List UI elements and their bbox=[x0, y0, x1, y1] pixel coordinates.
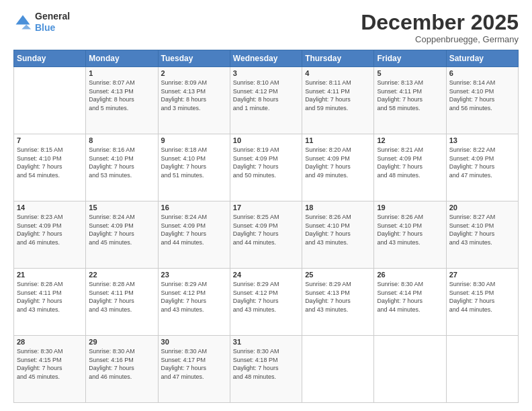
calendar-cell: 7Sunrise: 8:15 AM Sunset: 4:10 PM Daylig… bbox=[14, 134, 86, 201]
day-info: Sunrise: 8:30 AM Sunset: 4:16 PM Dayligh… bbox=[89, 347, 154, 381]
page: General Blue December 2025 Coppenbruegge… bbox=[0, 0, 532, 411]
day-info: Sunrise: 8:29 AM Sunset: 4:12 PM Dayligh… bbox=[161, 280, 227, 314]
weekday-header-row: SundayMondayTuesdayWednesdayThursdayFrid… bbox=[14, 50, 519, 67]
day-number: 1 bbox=[89, 69, 154, 77]
weekday-header-wednesday: Wednesday bbox=[230, 50, 302, 67]
day-number: 29 bbox=[89, 338, 154, 346]
calendar-cell: 19Sunrise: 8:26 AM Sunset: 4:10 PM Dayli… bbox=[374, 201, 446, 269]
calendar-cell bbox=[14, 67, 86, 134]
day-info: Sunrise: 8:28 AM Sunset: 4:11 PM Dayligh… bbox=[89, 280, 154, 314]
week-row-3: 14Sunrise: 8:23 AM Sunset: 4:09 PM Dayli… bbox=[14, 201, 519, 269]
logo: General Blue bbox=[13, 11, 70, 34]
calendar-cell: 12Sunrise: 8:21 AM Sunset: 4:09 PM Dayli… bbox=[374, 134, 446, 201]
calendar-cell: 16Sunrise: 8:24 AM Sunset: 4:09 PM Dayli… bbox=[158, 201, 230, 269]
calendar-cell: 2Sunrise: 8:09 AM Sunset: 4:13 PM Daylig… bbox=[158, 67, 230, 134]
day-number: 12 bbox=[377, 136, 443, 144]
day-info: Sunrise: 8:25 AM Sunset: 4:09 PM Dayligh… bbox=[233, 213, 299, 246]
calendar-cell: 28Sunrise: 8:30 AM Sunset: 4:15 PM Dayli… bbox=[14, 336, 86, 403]
day-info: Sunrise: 8:26 AM Sunset: 4:10 PM Dayligh… bbox=[305, 213, 371, 246]
day-number: 10 bbox=[233, 136, 299, 144]
day-number: 19 bbox=[377, 203, 443, 212]
day-number: 2 bbox=[161, 69, 227, 77]
day-number: 15 bbox=[89, 203, 154, 212]
calendar-cell: 30Sunrise: 8:30 AM Sunset: 4:17 PM Dayli… bbox=[158, 336, 230, 403]
day-info: Sunrise: 8:21 AM Sunset: 4:09 PM Dayligh… bbox=[377, 146, 443, 179]
day-info: Sunrise: 8:19 AM Sunset: 4:09 PM Dayligh… bbox=[233, 146, 299, 179]
calendar-cell: 11Sunrise: 8:20 AM Sunset: 4:09 PM Dayli… bbox=[302, 134, 374, 201]
calendar-cell: 18Sunrise: 8:26 AM Sunset: 4:10 PM Dayli… bbox=[302, 201, 374, 269]
day-info: Sunrise: 8:23 AM Sunset: 4:09 PM Dayligh… bbox=[17, 213, 83, 246]
day-info: Sunrise: 8:30 AM Sunset: 4:15 PM Dayligh… bbox=[17, 347, 83, 381]
calendar-cell: 24Sunrise: 8:29 AM Sunset: 4:12 PM Dayli… bbox=[230, 269, 302, 336]
day-number: 16 bbox=[161, 203, 227, 212]
day-info: Sunrise: 8:10 AM Sunset: 4:12 PM Dayligh… bbox=[233, 79, 299, 112]
day-number: 14 bbox=[17, 203, 83, 212]
day-number: 13 bbox=[449, 136, 515, 144]
calendar-cell: 3Sunrise: 8:10 AM Sunset: 4:12 PM Daylig… bbox=[230, 67, 302, 134]
day-info: Sunrise: 8:28 AM Sunset: 4:11 PM Dayligh… bbox=[17, 280, 83, 314]
calendar-cell: 8Sunrise: 8:16 AM Sunset: 4:10 PM Daylig… bbox=[86, 134, 158, 201]
calendar-table: SundayMondayTuesdayWednesdayThursdayFrid… bbox=[13, 50, 519, 403]
week-row-2: 7Sunrise: 8:15 AM Sunset: 4:10 PM Daylig… bbox=[14, 134, 519, 201]
weekday-header-friday: Friday bbox=[374, 50, 446, 67]
day-number: 7 bbox=[17, 136, 83, 144]
day-info: Sunrise: 8:24 AM Sunset: 4:09 PM Dayligh… bbox=[89, 213, 154, 246]
day-info: Sunrise: 8:13 AM Sunset: 4:11 PM Dayligh… bbox=[377, 79, 443, 112]
day-number: 8 bbox=[89, 136, 154, 144]
day-number: 11 bbox=[305, 136, 371, 144]
calendar-cell: 14Sunrise: 8:23 AM Sunset: 4:09 PM Dayli… bbox=[14, 201, 86, 269]
logo-icon bbox=[13, 13, 32, 32]
day-number: 9 bbox=[161, 136, 227, 144]
day-number: 17 bbox=[233, 203, 299, 212]
day-info: Sunrise: 8:30 AM Sunset: 4:15 PM Dayligh… bbox=[449, 280, 515, 314]
day-info: Sunrise: 8:22 AM Sunset: 4:09 PM Dayligh… bbox=[449, 146, 515, 179]
calendar-cell: 31Sunrise: 8:30 AM Sunset: 4:18 PM Dayli… bbox=[230, 336, 302, 403]
weekday-header-tuesday: Tuesday bbox=[158, 50, 230, 67]
calendar-cell: 26Sunrise: 8:30 AM Sunset: 4:14 PM Dayli… bbox=[374, 269, 446, 336]
day-info: Sunrise: 8:18 AM Sunset: 4:10 PM Dayligh… bbox=[161, 146, 227, 179]
calendar-cell bbox=[302, 336, 374, 403]
calendar-cell: 25Sunrise: 8:29 AM Sunset: 4:13 PM Dayli… bbox=[302, 269, 374, 336]
day-number: 31 bbox=[233, 338, 299, 346]
week-row-5: 28Sunrise: 8:30 AM Sunset: 4:15 PM Dayli… bbox=[14, 336, 519, 403]
calendar-cell: 5Sunrise: 8:13 AM Sunset: 4:11 PM Daylig… bbox=[374, 67, 446, 134]
title-block: December 2025 Coppenbruegge, Germany bbox=[361, 11, 519, 44]
calendar-cell: 1Sunrise: 8:07 AM Sunset: 4:13 PM Daylig… bbox=[86, 67, 158, 134]
day-number: 3 bbox=[233, 69, 299, 77]
calendar-cell: 20Sunrise: 8:27 AM Sunset: 4:10 PM Dayli… bbox=[446, 201, 518, 269]
calendar-cell: 17Sunrise: 8:25 AM Sunset: 4:09 PM Dayli… bbox=[230, 201, 302, 269]
day-number: 6 bbox=[449, 69, 515, 77]
svg-marker-0 bbox=[16, 15, 30, 24]
day-info: Sunrise: 8:09 AM Sunset: 4:13 PM Dayligh… bbox=[161, 79, 227, 112]
day-info: Sunrise: 8:07 AM Sunset: 4:13 PM Dayligh… bbox=[89, 79, 154, 112]
calendar-cell: 15Sunrise: 8:24 AM Sunset: 4:09 PM Dayli… bbox=[86, 201, 158, 269]
calendar-cell: 9Sunrise: 8:18 AM Sunset: 4:10 PM Daylig… bbox=[158, 134, 230, 201]
day-info: Sunrise: 8:30 AM Sunset: 4:18 PM Dayligh… bbox=[233, 347, 299, 381]
weekday-header-thursday: Thursday bbox=[302, 50, 374, 67]
calendar-cell: 29Sunrise: 8:30 AM Sunset: 4:16 PM Dayli… bbox=[86, 336, 158, 403]
day-info: Sunrise: 8:11 AM Sunset: 4:11 PM Dayligh… bbox=[305, 79, 371, 112]
day-number: 24 bbox=[233, 271, 299, 279]
day-number: 23 bbox=[161, 271, 227, 279]
calendar-cell: 21Sunrise: 8:28 AM Sunset: 4:11 PM Dayli… bbox=[14, 269, 86, 336]
calendar-cell: 4Sunrise: 8:11 AM Sunset: 4:11 PM Daylig… bbox=[302, 67, 374, 134]
day-info: Sunrise: 8:27 AM Sunset: 4:10 PM Dayligh… bbox=[449, 213, 515, 246]
day-number: 21 bbox=[17, 271, 83, 279]
day-info: Sunrise: 8:14 AM Sunset: 4:10 PM Dayligh… bbox=[449, 79, 515, 112]
day-number: 18 bbox=[305, 203, 371, 212]
header: General Blue December 2025 Coppenbruegge… bbox=[13, 11, 519, 44]
day-info: Sunrise: 8:24 AM Sunset: 4:09 PM Dayligh… bbox=[161, 213, 227, 246]
calendar-cell bbox=[446, 336, 518, 403]
day-info: Sunrise: 8:26 AM Sunset: 4:10 PM Dayligh… bbox=[377, 213, 443, 246]
day-info: Sunrise: 8:29 AM Sunset: 4:13 PM Dayligh… bbox=[305, 280, 371, 314]
calendar-cell: 13Sunrise: 8:22 AM Sunset: 4:09 PM Dayli… bbox=[446, 134, 518, 201]
calendar-cell: 22Sunrise: 8:28 AM Sunset: 4:11 PM Dayli… bbox=[86, 269, 158, 336]
week-row-1: 1Sunrise: 8:07 AM Sunset: 4:13 PM Daylig… bbox=[14, 67, 519, 134]
calendar-cell: 10Sunrise: 8:19 AM Sunset: 4:09 PM Dayli… bbox=[230, 134, 302, 201]
day-number: 28 bbox=[17, 338, 83, 346]
day-info: Sunrise: 8:30 AM Sunset: 4:14 PM Dayligh… bbox=[377, 280, 443, 314]
calendar-cell: 23Sunrise: 8:29 AM Sunset: 4:12 PM Dayli… bbox=[158, 269, 230, 336]
location: Coppenbruegge, Germany bbox=[361, 34, 519, 44]
calendar-cell: 6Sunrise: 8:14 AM Sunset: 4:10 PM Daylig… bbox=[446, 67, 518, 134]
weekday-header-sunday: Sunday bbox=[14, 50, 86, 67]
